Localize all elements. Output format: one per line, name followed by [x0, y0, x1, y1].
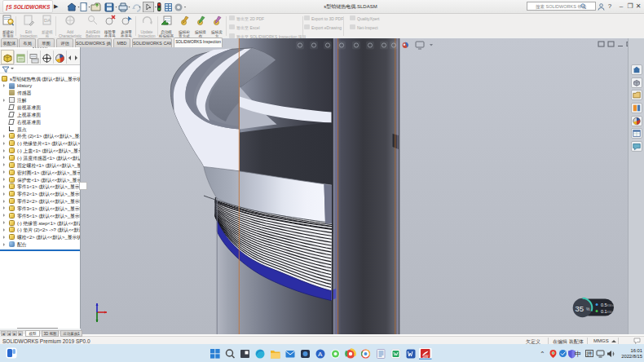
svg-text:DA: DA	[44, 18, 51, 23]
svg-text:35: 35	[576, 304, 584, 313]
svg-text:%: %	[586, 307, 590, 311]
svg-text:SW: SW	[422, 355, 429, 359]
svg-text:A: A	[318, 351, 323, 358]
